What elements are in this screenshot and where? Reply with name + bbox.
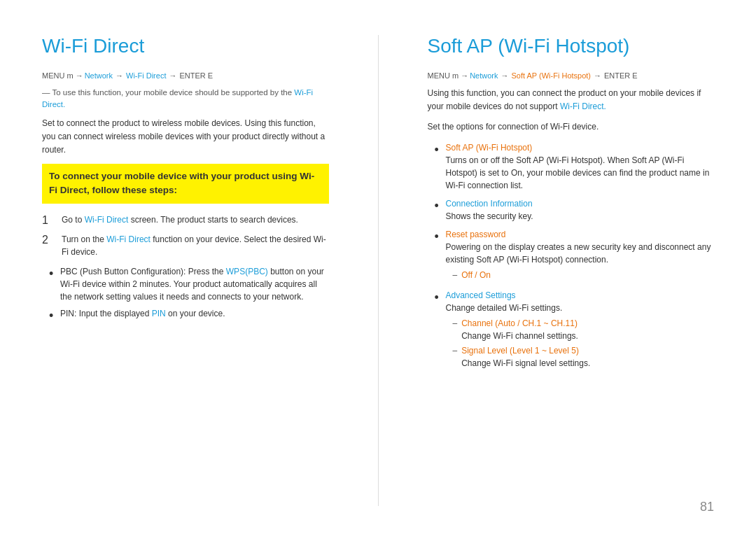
left-bullets: • PBC (Push Button Configuration): Press… [49,265,329,322]
right-menu-item2: Soft AP (Wi-Fi Hotspot) [512,71,592,80]
right-bullet-4-content: Advanced Settings Change detailed Wi-Fi … [446,289,715,372]
right-bullets: • Soft AP (Wi-Fi Hotspot) Turns on or of… [435,141,715,372]
columns: Wi-Fi Direct MENU m → Network → Wi-Fi Di… [42,35,714,506]
left-menu-path: MENU m → Network → Wi-Fi Direct → ENTER … [42,71,329,80]
right-bullet-2: • Connection Information Shows the secur… [435,197,715,223]
channel-link: Channel (Auto / CH.1 ~ CH.11) [461,318,578,328]
bullet-1-content: PBC (Push Button Configuration): Press t… [60,265,329,303]
step-1-num: 1 [42,213,55,228]
left-bullet-1: • PBC (Push Button Configuration): Press… [49,265,329,303]
right-label-3: Reset password [446,230,506,239]
sub-bullets-4: – Channel (Auto / CH.1 ~ CH.11) Change W… [453,317,715,370]
right-dot-4: • [435,291,442,304]
right-menu-arrow1: → [501,71,509,80]
right-bullet-1-content: Soft AP (Wi-Fi Hotspot) Turns on or off … [446,141,715,192]
bullet-2-content: PIN: Input the displayed PIN on your dev… [60,307,329,320]
off-on-link: Off / On [461,269,491,281]
right-menu-item1: Network [470,71,498,80]
left-body1: Set to connect the product to wireless m… [42,117,329,157]
step-2-link: Wi-Fi Direct [106,234,150,244]
dash-4-1: – [453,317,458,342]
left-bullet-2: • PIN: Input the displayed PIN on your d… [49,307,329,322]
menu-arrow1: → [115,71,123,80]
on-link: On, [511,168,524,178]
right-body1: Using this function, you can connect the… [428,87,715,113]
right-menu-item3: ENTER E [604,71,638,80]
sub-bullets-3: – Off / On [453,269,715,281]
bullet-dot-2: • [49,309,56,322]
right-menu-path: MENU m → Network → Soft AP (Wi-Fi Hotspo… [428,71,715,80]
right-body2: Set the options for connection of Wi-Fi … [428,120,715,134]
right-bullet-1: • Soft AP (Wi-Fi Hotspot) Turns on or of… [435,141,715,192]
right-bullet-3: • Reset password Powering on the display… [435,228,715,283]
sub-item-4-2-content: Signal Level (Level 1 ~ Level 5) Change … [461,344,590,370]
menu-item1: Network [85,71,113,80]
signal-link: Signal Level (Level 1 ~ Level 5) [461,346,579,356]
step-2-num: 2 [42,233,55,258]
right-title: Soft AP (Wi-Fi Hotspot) [428,35,715,57]
right-bullet-3-content: Reset password Powering on the display c… [446,228,715,283]
left-column: Wi-Fi Direct MENU m → Network → Wi-Fi Di… [42,35,329,506]
right-desc-2: Shows the security key. [446,211,533,221]
right-label-2: Connection Information [446,199,533,209]
menu-arrow2: → [169,71,176,80]
left-note: To use this function, your mobile device… [42,87,329,111]
menu-prefix: MENU m → [42,71,83,80]
highlight-box: To connect your mobile device with your … [42,164,329,204]
soft-ap-link-3: Soft AP (Wi-Fi Hotspot) [477,255,564,265]
bullet-dot-1: • [49,267,56,280]
soft-ap-link-1: Soft AP (Wi-Fi Hotspot). [516,155,605,165]
note-text: To use this function, your mobile device… [52,88,293,97]
right-label-1: Soft AP (Wi-Fi Hotspot) [446,143,533,153]
pin-link: PIN [152,309,166,318]
wps-link: WPS(PBC) [226,267,268,276]
sub-item-3-1: – Off / On [453,269,715,281]
channel-desc: Change Wi-Fi channel settings. [461,331,578,341]
right-desc-1: Turns on or off the Soft AP (Wi-Fi Hotsp… [446,155,710,190]
right-desc-4: Change detailed Wi-Fi settings. [446,303,563,313]
right-body1-link: Wi-Fi Direct. [560,101,606,111]
step-2: 2 Turn on the Wi-Fi Direct function on y… [42,233,329,258]
menu-item2: Wi-Fi Direct [126,71,166,80]
menu-item3: ENTER E [179,71,213,80]
right-menu-prefix: MENU m → [428,71,469,80]
right-label-4: Advanced Settings [446,290,516,300]
page-number: 81 [700,500,714,514]
right-dot-3: • [435,230,442,243]
right-bullet-2-content: Connection Information Shows the securit… [446,197,715,223]
right-desc-3: Powering on the display creates a new se… [446,242,711,265]
left-title: Wi-Fi Direct [42,35,329,57]
right-dot-1: • [435,143,442,156]
step-2-text: Turn on the Wi-Fi Direct function on you… [62,233,329,258]
sub-item-4-2: – Signal Level (Level 1 ~ Level 5) Chang… [453,344,715,370]
right-column: Soft AP (Wi-Fi Hotspot) MENU m → Network… [428,35,715,506]
right-menu-arrow2: → [594,71,601,80]
dash-3-1: – [453,269,458,281]
sub-item-4-1-content: Channel (Auto / CH.1 ~ CH.11) Change Wi-… [461,317,578,342]
step-1-link: Wi-Fi Direct [85,215,129,225]
right-bullet-4: • Advanced Settings Change detailed Wi-F… [435,289,715,372]
step-1-text: Go to Wi-Fi Direct screen. The product s… [62,213,298,228]
step-1: 1 Go to Wi-Fi Direct screen. The product… [42,213,329,228]
page: Wi-Fi Direct MENU m → Network → Wi-Fi Di… [0,0,756,534]
column-divider [378,35,379,506]
signal-desc: Change Wi-Fi signal level settings. [461,358,590,368]
right-dot-2: • [435,199,442,212]
sub-item-4-1: – Channel (Auto / CH.1 ~ CH.11) Change W… [453,317,715,342]
dash-4-2: – [453,344,458,370]
